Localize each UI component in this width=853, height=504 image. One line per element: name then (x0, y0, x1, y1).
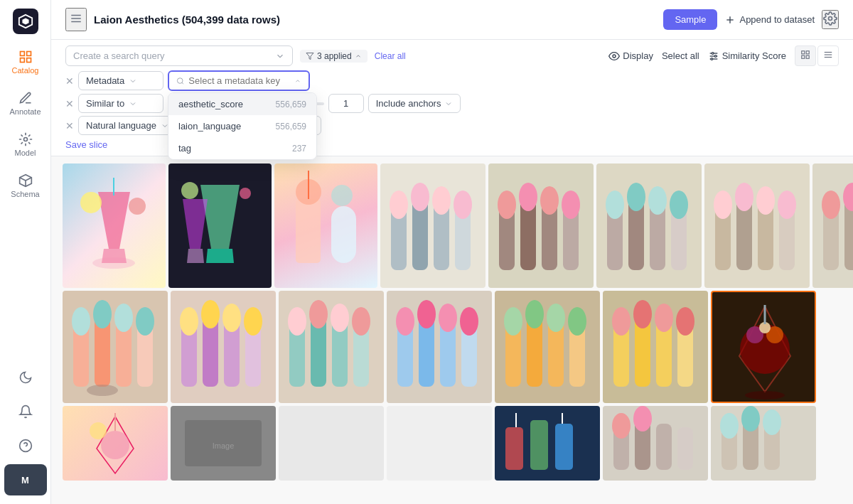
image-grid-area: Image (51, 156, 853, 504)
list-item[interactable] (63, 291, 168, 403)
similarity-score-button[interactable]: Similarity Score (708, 50, 786, 62)
sample-button[interactable]: Sample (663, 9, 717, 30)
image-thumbnail (63, 163, 166, 288)
bell-icon (18, 404, 33, 419)
svg-line-10 (26, 177, 31, 180)
chevron-down-small-icon (129, 77, 137, 85)
list-item[interactable] (596, 163, 702, 288)
list-view-button[interactable] (817, 45, 839, 66)
svg-rect-156 (530, 420, 548, 470)
remove-metadata-filter[interactable]: ✕ (65, 75, 74, 87)
list-item[interactable] (168, 163, 272, 288)
svg-rect-4 (20, 58, 24, 62)
header-right: Sample Append to dataset (663, 9, 839, 30)
svg-rect-30 (806, 55, 809, 58)
search-query-input[interactable]: Create a search query (65, 45, 293, 66)
schema-label: Schema (11, 190, 39, 198)
remove-nl-filter[interactable]: ✕ (65, 120, 74, 132)
moon-icon (18, 370, 33, 385)
svg-marker-42 (200, 185, 240, 249)
append-button[interactable]: Append to dataset (724, 14, 815, 26)
svg-point-138 (612, 307, 631, 336)
list-item[interactable] (603, 406, 708, 481)
metadata-key-text-input[interactable] (188, 75, 290, 86)
image-thumbnail (704, 163, 810, 288)
svg-point-20 (613, 55, 616, 58)
remove-similar-filter[interactable]: ✕ (65, 98, 74, 109)
svg-point-51 (331, 185, 353, 206)
list-item[interactable]: Image (171, 406, 276, 481)
aesthetic-score-label: aesthetic_score (178, 99, 243, 109)
list-item[interactable] (387, 406, 492, 481)
notifications-button[interactable] (4, 396, 47, 427)
list-item[interactable] (603, 291, 708, 403)
save-slice-button[interactable]: Save slice (65, 139, 107, 150)
list-item[interactable] (812, 163, 853, 288)
svg-point-124 (439, 304, 457, 332)
list-item[interactable] (488, 163, 594, 288)
hamburger-button[interactable] (65, 8, 87, 31)
list-item[interactable] (274, 163, 377, 288)
list-item[interactable] (380, 163, 485, 288)
svg-point-39 (80, 192, 102, 213)
user-avatar[interactable]: M (4, 464, 47, 495)
svg-point-18 (829, 17, 832, 21)
list-item[interactable] (279, 291, 384, 403)
svg-marker-19 (306, 53, 313, 59)
list-item[interactable] (711, 291, 816, 403)
main-content: Laion Aesthetics (504,399 data rows) Sam… (51, 0, 853, 504)
svg-point-98 (93, 300, 112, 328)
list-item[interactable] (171, 291, 276, 403)
svg-line-9 (19, 177, 25, 180)
clear-all-button[interactable]: Clear all (375, 51, 406, 61)
page-title: Laion Aesthetics (504,399 data rows) (94, 14, 280, 26)
list-item[interactable] (387, 291, 492, 403)
list-item[interactable] (279, 406, 384, 481)
similar-type-select[interactable]: Similar to (78, 94, 163, 113)
svg-point-81 (714, 191, 732, 219)
sidebar-item-schema[interactable]: Schema (4, 166, 47, 205)
svg-point-97 (72, 307, 90, 336)
metadata-key-input[interactable] (168, 70, 310, 91)
svg-point-60 (454, 191, 472, 219)
list-item[interactable] (495, 406, 600, 481)
select-all-button[interactable]: Select all (662, 50, 699, 61)
svg-point-67 (540, 186, 559, 215)
svg-point-57 (390, 191, 408, 219)
list-item[interactable] (711, 406, 816, 481)
dropdown-item-tag[interactable]: tag 237 (168, 137, 316, 159)
svg-point-114 (288, 307, 306, 336)
svg-rect-162 (656, 424, 672, 470)
include-anchors-button[interactable]: Include anchors (368, 94, 461, 113)
dropdown-item-laion-language[interactable]: laion_language 556,659 (168, 115, 316, 137)
dark-mode-button[interactable] (4, 362, 47, 393)
list-item[interactable] (63, 406, 168, 481)
dropdown-item-aesthetic-score[interactable]: aesthetic_score 556,659 (168, 93, 316, 115)
list-item[interactable] (63, 163, 166, 288)
sidebar-item-catalog[interactable]: Catalog (4, 43, 47, 81)
image-thumbnail (488, 163, 594, 288)
svg-point-75 (648, 186, 667, 215)
sidebar-item-model[interactable]: Model (4, 125, 47, 163)
help-button[interactable] (4, 430, 47, 461)
logo (13, 9, 38, 34)
image-thumbnail (495, 406, 600, 481)
svg-point-109 (244, 307, 262, 336)
include-anchors-label: Include anchors (376, 98, 441, 109)
sidebar-item-annotate[interactable]: Annotate (4, 84, 47, 122)
sidebar-bottom: M (4, 362, 47, 495)
list-item[interactable] (495, 291, 600, 403)
image-thumbnail (63, 291, 168, 403)
settings-button[interactable] (822, 10, 839, 29)
list-icon (823, 50, 833, 60)
list-item[interactable] (704, 163, 810, 288)
grid-view-button[interactable] (795, 45, 816, 66)
nl-type-select[interactable]: Natural language (78, 116, 177, 135)
similar-max-score-input[interactable] (328, 94, 364, 113)
svg-point-106 (180, 307, 198, 336)
display-button[interactable]: Display (608, 50, 653, 62)
filter-top-row: Create a search query 3 applied Clear al… (65, 45, 839, 66)
svg-rect-29 (802, 55, 805, 58)
catalog-label: Catalog (12, 66, 39, 75)
metadata-type-select[interactable]: Metadata (78, 71, 163, 90)
